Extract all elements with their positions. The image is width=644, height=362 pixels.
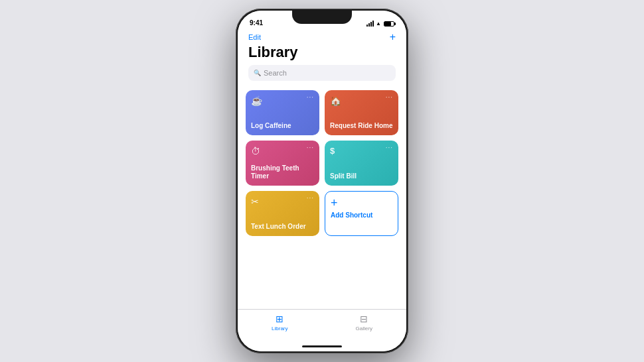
tile-name: Split Bill [330, 172, 393, 180]
tile-name: Brushing Teeth Timer [251, 164, 314, 180]
search-placeholder-text: Search [264, 69, 287, 77]
page-title: Library [248, 44, 396, 61]
tile-menu-button[interactable]: ··· [307, 95, 314, 99]
coffee-icon: ☕ [251, 95, 262, 106]
tile-name: Log Caffeine [251, 122, 314, 130]
status-icons: ▲ [366, 21, 394, 27]
home-indicator [238, 341, 406, 351]
tile-menu-button[interactable]: ··· [386, 95, 393, 99]
tile-name: Text Lunch Order [251, 223, 314, 231]
phone-screen: 9:41 ▲ Edit + [238, 11, 406, 351]
library-tab-icon: ⊞ [276, 314, 283, 324]
tile-name: Request Ride Home [330, 122, 393, 130]
add-shortcut-label: Add Shortcut [331, 211, 372, 219]
tile-menu-button[interactable]: ··· [307, 146, 314, 150]
tile-text-lunch-order[interactable]: ✂ ··· Text Lunch Order [246, 191, 319, 236]
signal-icon [366, 21, 374, 27]
timer-icon: ⏱ [251, 146, 260, 156]
header-top: Edit + [248, 32, 396, 42]
tile-top: $ ··· [330, 146, 393, 156]
tile-top: ⏱ ··· [251, 146, 314, 156]
tile-log-caffeine[interactable]: ☕ ··· Log Caffeine [246, 90, 319, 135]
tile-brushing-teeth-timer[interactable]: ⏱ ··· Brushing Teeth Timer [246, 141, 319, 186]
tile-menu-button[interactable]: ··· [307, 196, 314, 200]
tab-bar: ⊞ Library ⊟ Gallery [238, 309, 406, 341]
shortcuts-grid: ☕ ··· Log Caffeine 🏠 ··· Request Ride Ho… [238, 85, 406, 309]
tile-top: 🏠 ··· [330, 95, 393, 106]
gallery-tab-icon: ⊟ [360, 314, 368, 324]
home-bar [302, 345, 342, 347]
tile-menu-button[interactable]: ··· [386, 146, 393, 150]
tab-gallery[interactable]: ⊟ Gallery [356, 314, 372, 332]
search-icon: 🔍 [254, 70, 261, 76]
header: Edit + Library 🔍 Search [238, 29, 406, 85]
battery-icon [384, 21, 394, 27]
tile-top: ✂ ··· [251, 196, 314, 207]
edit-button[interactable]: Edit [248, 33, 261, 41]
tile-request-ride-home[interactable]: 🏠 ··· Request Ride Home [325, 90, 398, 135]
screen-content: Edit + Library 🔍 Search ☕ ··· Log Caf [238, 29, 406, 309]
tile-add-shortcut[interactable]: + Add Shortcut [325, 191, 398, 236]
wifi-icon: ▲ [376, 21, 381, 27]
home-icon: 🏠 [330, 95, 341, 106]
dollar-icon: $ [330, 146, 335, 156]
notch [292, 11, 352, 24]
tab-library[interactable]: ⊞ Library [272, 314, 287, 332]
tab-gallery-label: Gallery [356, 326, 372, 332]
tile-top: ☕ ··· [251, 95, 314, 106]
status-time: 9:41 [250, 19, 263, 27]
scissors-icon: ✂ [251, 196, 259, 207]
tab-library-label: Library [272, 326, 287, 332]
add-plus-icon: + [331, 197, 338, 209]
tile-split-bill[interactable]: $ ··· Split Bill [325, 141, 398, 186]
add-button[interactable]: + [390, 32, 396, 42]
phone-frame: 9:41 ▲ Edit + [236, 9, 408, 353]
search-bar[interactable]: 🔍 Search [248, 65, 396, 81]
